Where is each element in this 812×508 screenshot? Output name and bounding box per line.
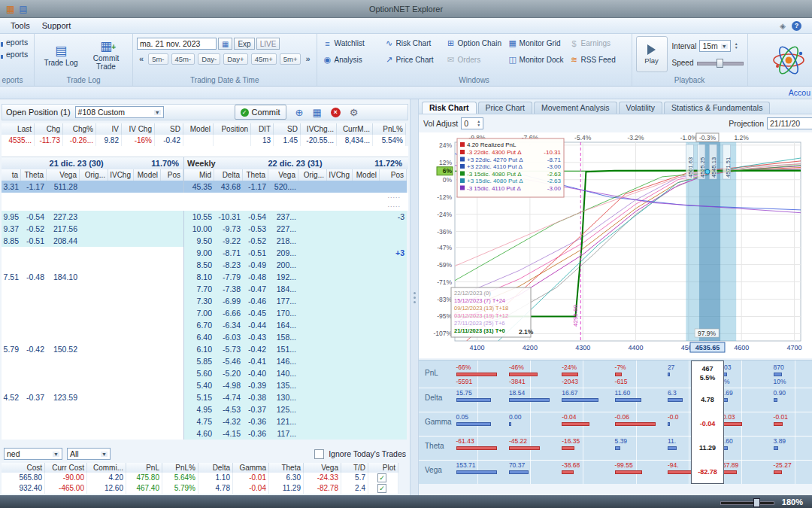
- nav-45m[interactable]: 45m+: [251, 53, 277, 65]
- menu-support[interactable]: Support: [36, 20, 77, 32]
- window-button-watchlist[interactable]: ≡Watchlist: [321, 36, 381, 50]
- nav-5m[interactable]: 5m-: [148, 53, 168, 65]
- nav-Day[interactable]: Day-: [198, 53, 220, 65]
- interval-stepper[interactable]: ▲▼: [735, 42, 738, 50]
- chain-row[interactable]: 7.70-7.38-0.47184...: [2, 283, 408, 295]
- reports-button[interactable]: eports: [0, 36, 30, 48]
- nav-Day[interactable]: Day+: [223, 53, 247, 65]
- chain-row[interactable]: 7.00-6.66-0.45170...: [2, 307, 408, 319]
- exp-button[interactable]: Exp: [234, 38, 254, 50]
- zoom-icon[interactable]: ⊕: [295, 107, 304, 118]
- tab-statistics-fundamentals[interactable]: Statistics & Fundamentals: [664, 102, 770, 114]
- nav-45m[interactable]: 45m-: [171, 53, 195, 65]
- nav-fast-back-icon[interactable]: «: [137, 54, 146, 63]
- menu-tools[interactable]: Tools: [5, 20, 36, 32]
- chain-row[interactable]: 8.50-8.23-0.49200...: [2, 259, 408, 271]
- ignore-trades-checkbox[interactable]: [314, 449, 324, 459]
- nav-fast-forward-icon[interactable]: »: [303, 54, 312, 63]
- chain-row[interactable]: 7.51-0.48184.108.10-7.79-0.48192...: [2, 271, 408, 283]
- window-button-rss-feed[interactable]: ≋RSS Feed: [568, 53, 628, 67]
- expiry-right-date[interactable]: 22 dic. 23 (31): [216, 157, 375, 169]
- projection-date-input[interactable]: 21/11/20: [767, 117, 812, 129]
- stats-value: -0.0: [668, 413, 679, 421]
- trade-row[interactable]: 932.40-465.0012.60467.405.79%4.78-0.0411…: [2, 483, 408, 494]
- speed-slider-thumb[interactable]: [717, 59, 723, 68]
- greeks-stats-grid: PnLDeltaGammaThetaVega-66%-559115.750.05…: [419, 360, 812, 484]
- risk-chart-icon: ∿: [385, 38, 394, 48]
- trade-row[interactable]: 565.80-90.004.20475.805.64%1.10-0.016.30…: [2, 473, 408, 483]
- type-filter-select[interactable]: All▼: [67, 448, 111, 460]
- svg-text:15/12/2023 (7) T+24: 15/12/2023 (7) T+24: [454, 297, 505, 304]
- svg-text:21/11/2023 (31) T+0: 21/11/2023 (31) T+0: [454, 327, 505, 334]
- risk-chart[interactable]: 4295.804501.634525.254545.134571.51-9.8%…: [419, 132, 812, 358]
- settings-gear-icon[interactable]: ⚙: [350, 107, 359, 118]
- strategy-filter-select[interactable]: ned▼: [4, 448, 62, 460]
- chain-row[interactable]: 4.52-0.37123.595.15-4.74-0.38130...: [2, 391, 408, 403]
- stats-bar: [456, 446, 497, 450]
- calendar-icon[interactable]: ▦: [218, 38, 232, 50]
- chain-row[interactable]: 5.60-5.20-0.40140...: [2, 367, 408, 379]
- tab-risk-chart[interactable]: Risk Chart: [422, 102, 477, 114]
- commit-trade-button[interactable]: ▦+ Commit Trade: [83, 36, 129, 74]
- interval-select[interactable]: 15m▼: [699, 40, 730, 52]
- chain-row[interactable]: 4.75-4.32-0.36121...: [2, 415, 408, 427]
- play-button[interactable]: Play: [636, 36, 668, 72]
- x-axis-label: 4200: [523, 344, 538, 351]
- window-button-price-chart[interactable]: ↗Price Chart: [383, 53, 443, 67]
- tab-volatility[interactable]: Volatility: [619, 102, 663, 114]
- chain-selected-row[interactable]: 3.31-1.17511.2845.3543.68-1.17520....: [2, 181, 408, 193]
- window-button-option-chain[interactable]: ⊞Option Chain: [444, 36, 504, 50]
- window-button-earnings[interactable]: $Earnings: [568, 36, 628, 50]
- speed-slider[interactable]: [697, 58, 744, 67]
- grid-view-icon[interactable]: ▦: [312, 107, 321, 118]
- zoom-slider[interactable]: [720, 497, 774, 506]
- chain-row[interactable]: 4.60-4.15-0.36117...: [2, 427, 408, 440]
- window-button-monitor-dock[interactable]: ◫Monitor Dock: [506, 53, 566, 67]
- chain-row[interactable]: 6.70-6.34-0.44164...: [2, 319, 408, 331]
- trade-log-button[interactable]: ▤ Trade Log: [38, 36, 83, 74]
- window-button-monitor-grid[interactable]: ▦Monitor Grid: [506, 36, 566, 50]
- vol-adjust-stepper[interactable]: ▲▼: [477, 120, 480, 127]
- tab-price-chart[interactable]: Price Chart: [478, 102, 533, 114]
- tab-movement-analysis[interactable]: Movement Analysis: [534, 102, 617, 114]
- live-button[interactable]: LIVE: [256, 38, 280, 50]
- expiry-left-date[interactable]: 21 dic. 23 (30): [2, 157, 151, 169]
- chain-row[interactable]: 4.95-4.53-0.37125...: [2, 403, 408, 415]
- risk-chart-panel: Risk ChartPrice ChartMovement AnalysisVo…: [419, 99, 812, 495]
- chain-row[interactable]: 5.79-0.42150.526.10-5.73-0.42151...: [2, 343, 408, 355]
- stats-value: -5591: [456, 378, 473, 385]
- position-selector[interactable]: #108 Custom▼: [75, 106, 164, 118]
- reports-button-2[interactable]: eports: [0, 48, 30, 60]
- stats-bar: [456, 373, 497, 376]
- close-icon[interactable]: ×: [331, 108, 341, 117]
- window-button-analysis[interactable]: ◉Analysis: [321, 53, 381, 67]
- summary-col-header: SD: [274, 123, 301, 135]
- chain-row[interactable]: 9.95-0.54227.2310.55-10.31-0.54237...-3: [2, 211, 408, 223]
- pin-icon[interactable]: ◈: [780, 22, 786, 30]
- trading-date-input[interactable]: ma. 21 nov. 2023: [137, 38, 217, 50]
- quick-access-icon[interactable]: ▤: [19, 4, 27, 14]
- help-icon[interactable]: ?: [792, 21, 801, 31]
- stats-row-label-vega: Vega: [425, 466, 442, 474]
- chain-row[interactable]: 6.40-6.03-0.43158...: [2, 331, 408, 343]
- nav-5m[interactable]: 5m+: [280, 53, 301, 65]
- vol-adjust-input[interactable]: 0 ▲▼: [461, 117, 483, 129]
- window-button-orders[interactable]: ✉Orders: [444, 53, 504, 67]
- plot-checkbox[interactable]: ✓: [377, 473, 386, 482]
- windows-group-label: Windows: [321, 75, 628, 86]
- svg-text:+3 15dic. 4080 Put Δ: +3 15dic. 4080 Put Δ: [467, 178, 523, 184]
- chain-row[interactable]: 5.85-5.46-0.41146...: [2, 355, 408, 367]
- commit-button[interactable]: ✓ Commit: [235, 105, 286, 120]
- chevron-down-icon: ▼: [154, 110, 161, 115]
- chain-row[interactable]: 8.85-0.51208.449.50-9.22-0.52218...: [2, 235, 408, 247]
- zoom-slider-thumb[interactable]: [753, 498, 760, 507]
- account-link[interactable]: Accou: [789, 88, 810, 97]
- y-axis-label: -59%: [437, 261, 452, 269]
- chain-row[interactable]: 7.30-6.99-0.46177...: [2, 295, 408, 307]
- chain-row[interactable]: 9.37-0.52217.5610.00-9.73-0.53227...: [2, 223, 408, 235]
- panel-splitter[interactable]: [410, 99, 419, 495]
- chain-row[interactable]: 5.40-4.98-0.39135...: [2, 379, 408, 391]
- plot-checkbox[interactable]: ✓: [377, 484, 386, 493]
- window-button-risk-chart[interactable]: ∿Risk Chart: [383, 36, 443, 50]
- chain-row[interactable]: 9.00-8.71-0.51209...+3: [2, 247, 408, 259]
